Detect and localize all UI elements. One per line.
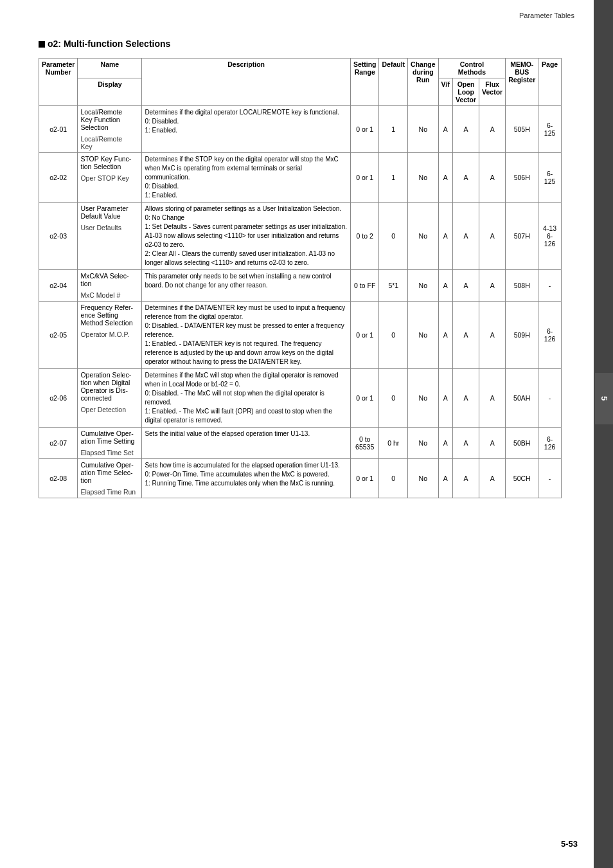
side-tab: 5 [595,373,613,424]
name-display: Oper STOP Key [80,174,139,182]
name-display: MxC Model # [80,291,139,299]
param-number-cell: o2-02 [39,153,78,203]
name-display: Local/Remote Key [80,135,139,150]
table-row: o2-06Operation Selec- tion when Digital … [39,369,562,428]
content-area: o2: Multi-function Selections ParameterN… [39,39,562,498]
memo-bus-cell: 508H [506,270,538,302]
col-display: Display [78,78,142,106]
memo-bus-cell: 506H [506,153,538,203]
memo-bus-cell: 507H [506,203,538,270]
setting-range-cell: 0 or 1 [350,106,379,153]
table-row: o2-08Cumulative Oper- ation Time Selec- … [39,459,562,498]
name-display: Operator M.O.P. [80,330,139,338]
name-cell: Cumulative Oper- ation Time SettingElaps… [78,428,142,459]
param-number-cell: o2-03 [39,203,78,270]
change-run-cell: No [408,369,439,428]
vf-cell: A [438,428,452,459]
vf-cell: A [438,369,452,428]
name-top: Local/Remote Key Function Selection [80,108,139,131]
description-cell: Sets the initial value of the elapsed op… [142,428,351,459]
name-cell: Frequency Refer- ence Setting Method Sel… [78,302,142,369]
page-cell: 4-13 6-126 [538,203,562,270]
change-run-cell: No [408,459,439,498]
setting-range-cell: 0 or 1 [350,302,379,369]
flux-vector-cell: A [479,459,506,498]
name-top: Cumulative Oper- ation Time Selec- tion [80,461,139,484]
open-loop-cell: A [453,428,479,459]
name-cell: STOP Key Func- tion SelectionOper STOP K… [78,153,142,203]
vf-cell: A [438,106,452,153]
param-number-cell: o2-06 [39,369,78,428]
page-footer: 5-53 [561,839,578,849]
setting-range-cell: 0 to FF [350,270,379,302]
name-cell: Operation Selec- tion when Digital Opera… [78,369,142,428]
memo-bus-cell: 50CH [506,459,538,498]
page-cell: 6-126 [538,302,562,369]
col-param-number: ParameterNumber [39,59,78,106]
open-loop-cell: A [453,106,479,153]
name-cell: MxC/kVA Selec- tionMxC Model # [78,270,142,302]
vf-cell: A [438,459,452,498]
memo-bus-cell: 505H [506,106,538,153]
name-top: Frequency Refer- ence Setting Method Sel… [80,303,139,327]
name-display: User Defaults [80,224,139,231]
table-row: o2-04MxC/kVA Selec- tionMxC Model #This … [39,270,562,302]
default-cell: 5*1 [379,270,408,302]
vf-cell: A [438,153,452,203]
memo-bus-cell: 50BH [506,428,538,459]
flux-vector-cell: A [479,369,506,428]
memo-bus-cell: 50AH [506,369,538,428]
page-cell: - [538,270,562,302]
default-cell: 0 [379,459,408,498]
col-flux-vector: FluxVector [479,78,506,106]
col-page: Page [538,59,562,106]
flux-vector-cell: A [479,106,506,153]
param-number-cell: o2-04 [39,270,78,302]
page-cell: 6-125 [538,106,562,153]
setting-range-cell: 0 or 1 [350,459,379,498]
open-loop-cell: A [453,369,479,428]
name-top: Cumulative Oper- ation Time Setting [80,429,139,445]
default-cell: 0 [379,302,408,369]
open-loop-cell: A [453,302,479,369]
default-cell: 0 [379,369,408,428]
col-change-run: ChangeduringRun [408,59,439,106]
vf-cell: A [438,270,452,302]
open-loop-cell: A [453,153,479,203]
table-row: o2-02STOP Key Func- tion SelectionOper S… [39,153,562,203]
col-open-loop: OpenLoopVector [453,78,479,106]
change-run-cell: No [408,203,439,270]
name-cell: User Parameter Default ValueUser Default… [78,203,142,270]
table-row: o2-05Frequency Refer- ence Setting Metho… [39,302,562,369]
flux-vector-cell: A [479,153,506,203]
param-number-cell: o2-07 [39,428,78,459]
name-cell: Local/Remote Key Function SelectionLocal… [78,106,142,153]
name-top: User Parameter Default Value [80,204,139,220]
default-cell: 1 [379,153,408,203]
name-display: Elapsed Time Set [80,449,139,457]
setting-range-cell: 0 or 1 [350,369,379,428]
name-top: STOP Key Func- tion Selection [80,155,139,170]
param-number-cell: o2-01 [39,106,78,153]
description-cell: Determines if the MxC will stop when the… [142,369,351,428]
col-vf: V/f [438,78,452,106]
memo-bus-cell: 509H [506,302,538,369]
param-number-cell: o2-05 [39,302,78,369]
description-cell: Determines if the STOP key on the digita… [142,153,351,203]
col-description: Description [142,59,351,106]
description-cell: Determines if the DATA/ENTER key must be… [142,302,351,369]
change-run-cell: No [408,302,439,369]
change-run-cell: No [408,106,439,153]
open-loop-cell: A [453,459,479,498]
name-cell: Cumulative Oper- ation Time Selec- tionE… [78,459,142,498]
table-header-row-1: ParameterNumber Name Description Setting… [39,59,562,78]
header-title: Parameter Tables [519,12,574,19]
default-cell: 1 [379,106,408,153]
table-row: o2-03User Parameter Default ValueUser De… [39,203,562,270]
open-loop-cell: A [453,203,479,270]
change-run-cell: No [408,270,439,302]
table-row: o2-01Local/Remote Key Function Selection… [39,106,562,153]
description-cell: Allows storing of parameter settings as … [142,203,351,270]
name-display: Oper Detection [80,406,139,413]
setting-range-cell: 0 or 1 [350,153,379,203]
